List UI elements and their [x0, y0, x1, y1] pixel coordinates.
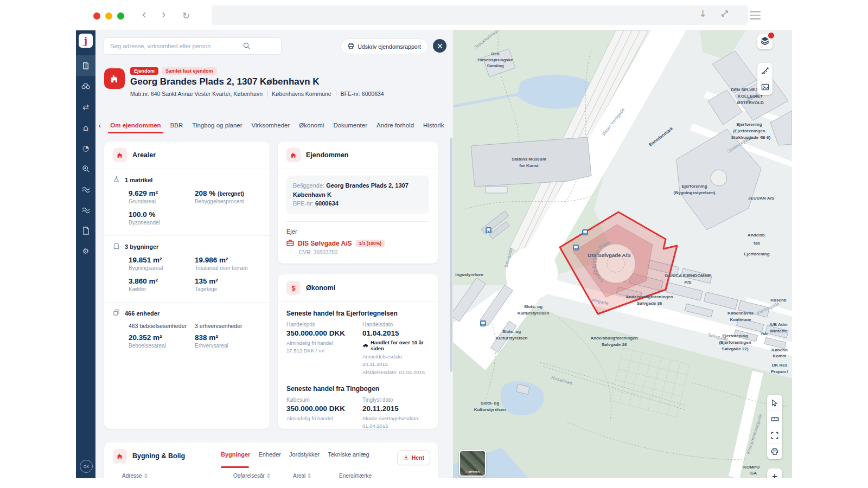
sidebar-item-flows-2[interactable] [76, 200, 95, 220]
print-report-button[interactable]: Udskriv ejendomsrapport [341, 38, 428, 54]
tab-om-ejendommen[interactable]: Om ejendommen [110, 122, 161, 129]
sort-icon[interactable] [267, 473, 270, 478]
tab-historik[interactable]: Historik [423, 122, 444, 129]
value: 9.629 m² [129, 189, 192, 197]
back-icon[interactable]: ‹ [142, 7, 146, 23]
reload-icon[interactable]: ↻ [182, 8, 190, 24]
map-label: GA [750, 471, 757, 476]
sidebar-item-statistics[interactable]: ◔ [76, 138, 95, 158]
tab-tingbog-og-planer[interactable]: Tingbog og planer [192, 122, 242, 129]
field-note: Almindelig fri handel [286, 339, 362, 347]
value: 208 % [195, 189, 215, 197]
select-cursor-button[interactable] [767, 395, 782, 410]
tab-andre-forhold[interactable]: Andre forhold [376, 122, 414, 129]
maximize-window-button[interactable] [117, 12, 124, 20]
briefcase-icon [286, 239, 294, 248]
basemap-toggle[interactable]: Luftfoto [459, 450, 486, 477]
image-button[interactable] [757, 79, 773, 95]
tab-jordstykker[interactable]: Jordstykker [289, 451, 320, 458]
bus-stop-icon [573, 245, 579, 251]
menu-icon[interactable] [750, 11, 761, 20]
bus-stop-icon [582, 229, 588, 235]
field-label: Tinglyst dato [362, 397, 429, 403]
print-map-button[interactable] [767, 443, 782, 459]
sidebar-item-registry[interactable] [76, 55, 95, 76]
sidebar-item-settings[interactable]: ⚙ [76, 241, 95, 261]
tab-bbr[interactable]: BBR [170, 122, 183, 129]
value-label: Beboelsesareal [129, 343, 192, 349]
fullscreen-button[interactable] [767, 427, 782, 443]
owner-link[interactable]: DIS Sølvgade A/S 1/1 (100%) [286, 239, 429, 248]
sub-label: 3 erhvervsenheder [195, 323, 261, 329]
column-header[interactable]: Opførelsesår [233, 473, 265, 478]
minimize-window-button[interactable] [105, 12, 112, 20]
search-icon [243, 42, 250, 52]
map-label: Ejerforening [681, 184, 707, 189]
badge-samlet-fast-ejendom: Samlet fast ejendom [162, 67, 217, 75]
map-label: for Kunst [519, 163, 539, 168]
map-label: Kulturstyrelsen [518, 311, 550, 316]
sidebar-item-compare[interactable]: ⇄ [76, 97, 95, 117]
property-type-icon [104, 68, 125, 89]
tab-okonomi[interactable]: Økonomi [299, 122, 324, 129]
section-heading: Seneste handel fra Tingbogen [286, 385, 429, 393]
app-logo[interactable]: j [79, 34, 93, 48]
tab-enheder[interactable]: Enheder [258, 451, 281, 458]
tab-tekniske-anlaeg[interactable]: Tekniske anlæg [328, 451, 369, 458]
zoom-in-button[interactable]: + [767, 468, 782, 478]
sort-icon[interactable] [144, 473, 148, 478]
measure-draw-button[interactable] [757, 63, 773, 79]
sort-icon[interactable] [308, 473, 311, 478]
value-label: Erhvervsareal [195, 343, 258, 349]
print-report-label: Udskriv ejendomsrapport [358, 43, 421, 50]
field-value: 20.11.2015 [362, 404, 429, 413]
pie-chart-icon: ◔ [82, 144, 89, 152]
value-suffix: (beregnet) [218, 191, 244, 197]
sidebar-item-explore[interactable] [76, 76, 95, 97]
map-label: Kulturstyrelsen [496, 336, 528, 341]
card-title: Ejendommen [306, 151, 349, 159]
column-header: Energimærke [339, 473, 372, 478]
value-label: Grundareal [129, 198, 192, 204]
magnifier-plus-icon [82, 165, 90, 173]
close-window-button[interactable] [93, 12, 100, 20]
expand-icon[interactable] [720, 9, 729, 20]
layers-icon [761, 36, 769, 47]
sidebar-item-search-map[interactable] [76, 158, 95, 179]
column-header[interactable]: Areal [293, 473, 305, 478]
value-label: Tagetage [195, 286, 258, 292]
search-input[interactable] [103, 37, 282, 55]
address-bar[interactable] [212, 5, 748, 25]
map-label: ingsstyrelsen [455, 272, 483, 277]
bus-stop-icon [480, 320, 486, 326]
close-panel-button[interactable] [433, 39, 446, 53]
forward-icon[interactable]: › [162, 7, 165, 23]
tab-virksomheder[interactable]: Virksomheder [252, 122, 290, 129]
badge-ejendom: Ejendom [130, 67, 158, 75]
sidebar-item-home[interactable]: ⌂ [76, 117, 95, 138]
download-label: Hent [412, 454, 424, 461]
scrollbar[interactable] [450, 138, 452, 372]
tab-bygninger[interactable]: Bygninger [221, 451, 250, 458]
map-label: A/B Adm [769, 322, 787, 327]
browser-chrome: ‹ › ↻ ↓ [76, 0, 792, 30]
value: 135 m² [195, 277, 258, 285]
column-header[interactable]: Adresse [122, 473, 142, 478]
value-label: Totalareal over terræn [195, 265, 258, 271]
value-label: Kælder [129, 286, 192, 292]
close-icon [437, 41, 443, 51]
download-button[interactable]: Hent [397, 450, 430, 465]
layers-button[interactable] [757, 34, 773, 49]
map-canvas[interactable]: Øster Voldgade Øster Voldg. Sølvgade Søl… [453, 30, 792, 478]
measure-ruler-button[interactable] [767, 410, 782, 427]
property-subtitle: Matr.nr. 640 Sankt Annæ Vester Kvarter, … [130, 91, 384, 97]
tab-dokumenter[interactable]: Dokumenter [333, 122, 367, 129]
user-avatar[interactable]: OK [80, 460, 93, 473]
field-note: 17.512 DKK / m² [286, 347, 362, 355]
sidebar-item-flows[interactable] [76, 179, 95, 200]
tabs-scroll-left-icon[interactable]: ‹ [99, 121, 101, 130]
sidebar-item-documents[interactable] [76, 220, 95, 241]
dollar-icon: $ [286, 281, 301, 295]
field-note: Skøde overtagelsesdato: 01.04.2015 [362, 415, 429, 431]
download-icon[interactable]: ↓ [699, 8, 707, 19]
